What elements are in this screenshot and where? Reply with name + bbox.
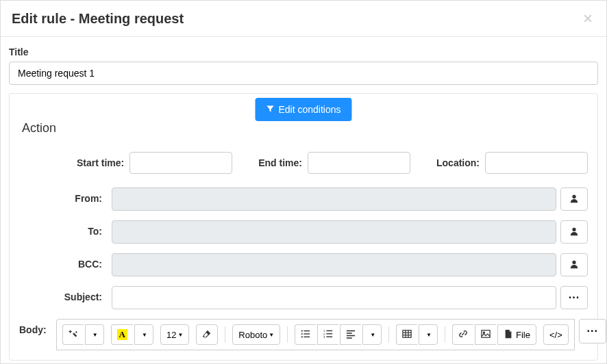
subject-row: Subject: ··· [19, 286, 588, 309]
svg-rect-15 [347, 330, 355, 331]
chevron-down-icon: ▼ [142, 332, 147, 338]
chevron-down-icon: ▼ [370, 332, 375, 338]
file-button[interactable]: File [497, 324, 536, 345]
edit-rule-modal: Edit rule - Meeting request × Title Edit… [0, 0, 607, 364]
svg-point-2 [572, 260, 575, 263]
close-button[interactable]: × [580, 10, 595, 27]
eraser-button[interactable] [196, 324, 218, 345]
svg-rect-16 [347, 333, 352, 334]
svg-rect-19 [403, 330, 411, 337]
svg-rect-12 [327, 330, 333, 330]
start-time-input[interactable] [129, 152, 232, 174]
bcc-input[interactable] [112, 253, 556, 276]
title-label: Title [9, 47, 598, 57]
from-label: From: [19, 187, 112, 211]
list-ol-icon: 123 [323, 329, 333, 341]
close-icon: × [583, 9, 593, 27]
link-icon [458, 329, 468, 341]
to-input[interactable] [112, 220, 556, 244]
editor-toolbar: ▼ A ▼ 12 ▼ [56, 319, 575, 350]
modal-title: Edit rule - Meeting request [12, 11, 184, 27]
align-left-icon [346, 329, 356, 341]
image-button[interactable] [475, 324, 496, 345]
svg-rect-18 [347, 337, 352, 339]
unordered-list-button[interactable] [295, 324, 316, 345]
time-location-row: Start time: End time: Location: [19, 152, 588, 174]
text-highlight-icon: A [117, 329, 127, 340]
action-heading: Action [22, 121, 588, 135]
toolbar-separator [225, 326, 225, 343]
align-button[interactable] [340, 324, 361, 345]
filter-icon [266, 104, 274, 115]
list-ul-icon [301, 329, 310, 341]
toolbar-separator [388, 326, 389, 343]
bcc-person-picker-button[interactable] [560, 253, 588, 276]
ordered-list-button[interactable]: 123 [317, 324, 338, 345]
table-button[interactable] [396, 324, 417, 345]
svg-point-25 [483, 332, 484, 333]
code-view-button[interactable]: </> [543, 324, 569, 345]
svg-point-3 [301, 330, 303, 331]
align-dropdown[interactable]: ▼ [362, 324, 382, 345]
from-input[interactable] [112, 187, 556, 211]
svg-rect-24 [482, 330, 490, 337]
magic-wand-icon [69, 329, 78, 341]
subject-label: Subject: [19, 286, 112, 309]
chevron-down-icon: ▼ [269, 332, 274, 338]
action-panel: Edit conditions Action Start time: End t… [9, 93, 598, 361]
svg-rect-14 [327, 336, 333, 337]
magic-format-button[interactable] [62, 324, 84, 345]
chevron-down-icon: ▼ [92, 332, 98, 338]
svg-rect-6 [304, 330, 310, 330]
end-time-label: End time: [258, 157, 302, 168]
text-highlight-dropdown[interactable]: ▼ [134, 324, 153, 345]
bcc-label: BCC: [19, 253, 112, 276]
ellipsis-icon: ··· [569, 291, 580, 304]
location-input[interactable] [485, 152, 588, 174]
file-icon [504, 329, 513, 341]
modal-body: Title Edit conditions Action Start time:… [1, 37, 606, 361]
table-dropdown[interactable]: ▼ [419, 324, 438, 345]
to-label: To: [19, 220, 112, 244]
edit-conditions-label: Edit conditions [278, 104, 340, 115]
magic-format-dropdown[interactable]: ▼ [85, 324, 104, 345]
svg-point-5 [301, 336, 303, 337]
link-button[interactable] [452, 324, 473, 345]
image-icon [481, 329, 491, 341]
svg-point-0 [572, 194, 575, 198]
from-row: From: [19, 187, 588, 211]
font-size-value: 12 [166, 330, 176, 340]
svg-text:3: 3 [323, 335, 325, 339]
subject-more-button[interactable]: ··· [560, 286, 588, 309]
to-person-picker-button[interactable] [560, 220, 588, 244]
eraser-icon [202, 329, 212, 341]
text-highlight-button[interactable]: A [111, 324, 133, 345]
person-icon [569, 194, 579, 205]
edit-conditions-button[interactable]: Edit conditions [255, 98, 351, 121]
font-family-dropdown[interactable]: Roboto ▼ [232, 324, 280, 345]
table-icon [402, 329, 412, 341]
code-icon: </> [549, 330, 562, 340]
svg-rect-8 [304, 336, 310, 337]
bcc-row: BCC: [19, 253, 588, 276]
subject-input[interactable] [112, 286, 556, 309]
title-section: Title [9, 47, 598, 85]
svg-rect-13 [327, 333, 333, 334]
ellipsis-icon: ··· [587, 325, 598, 337]
chevron-down-icon: ▼ [177, 332, 183, 338]
font-size-dropdown[interactable]: 12 ▼ [160, 324, 189, 345]
toolbar-separator [287, 326, 288, 343]
chevron-down-icon: ▼ [426, 332, 432, 338]
start-time-label: Start time: [77, 157, 124, 168]
title-input[interactable] [9, 62, 598, 85]
to-row: To: [19, 220, 588, 244]
from-person-picker-button[interactable] [560, 187, 588, 211]
modal-header: Edit rule - Meeting request × [1, 1, 606, 36]
toolbar-separator [445, 326, 445, 343]
body-label: Body: [19, 319, 56, 335]
body-more-button[interactable]: ··· [579, 319, 606, 343]
person-icon [569, 259, 579, 271]
end-time-input[interactable] [308, 152, 410, 174]
font-family-value: Roboto [238, 330, 267, 340]
svg-point-4 [301, 333, 303, 334]
